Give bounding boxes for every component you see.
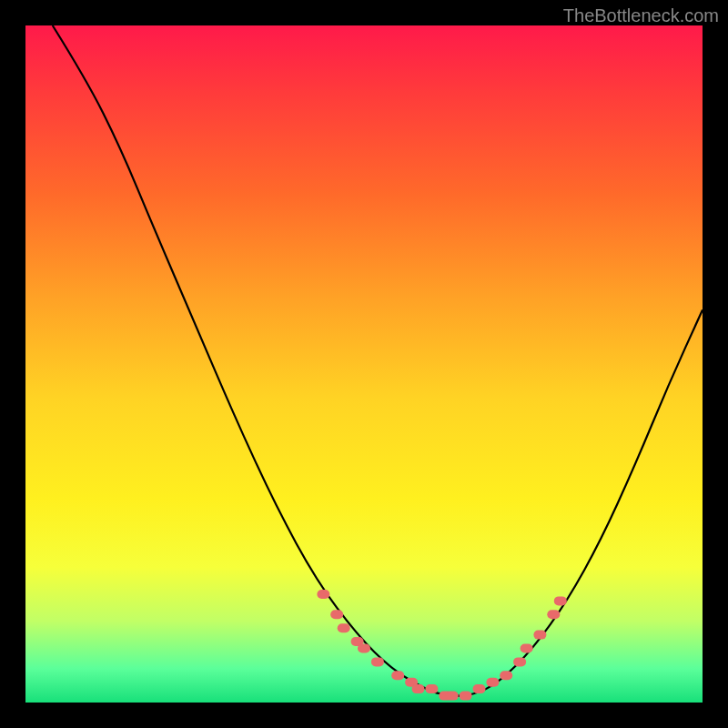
highlight-marker — [521, 644, 533, 653]
highlight-marker — [460, 692, 472, 701]
highlight-marker — [500, 671, 512, 680]
highlight-marker — [412, 684, 425, 693]
highlight-marker — [358, 644, 370, 653]
chart-plot-area — [25, 25, 703, 703]
highlight-marker — [330, 610, 343, 619]
bottleneck-curve-line — [53, 25, 703, 696]
highlight-marker — [338, 623, 350, 632]
highlight-marker — [473, 684, 486, 693]
highlight-marker — [391, 671, 404, 680]
watermark-text: TheBottleneck.com — [563, 5, 719, 26]
highlight-marker — [446, 692, 459, 701]
highlight-markers — [317, 590, 566, 701]
highlight-marker — [371, 657, 384, 666]
highlight-marker — [533, 631, 546, 640]
highlight-marker — [547, 610, 560, 619]
chart-svg — [25, 25, 703, 703]
highlight-marker — [425, 684, 438, 693]
highlight-marker — [486, 678, 499, 687]
highlight-marker — [554, 596, 567, 605]
highlight-marker — [317, 590, 329, 599]
highlight-marker — [513, 657, 526, 666]
